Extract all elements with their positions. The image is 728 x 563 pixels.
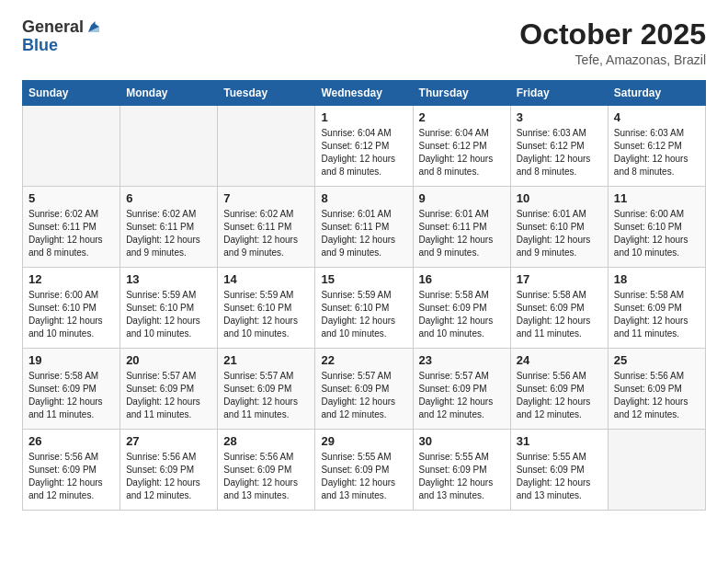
calendar-cell — [608, 430, 705, 511]
week-row-5: 26Sunrise: 5:56 AMSunset: 6:09 PMDayligh… — [23, 430, 706, 511]
weekday-header-monday: Monday — [120, 81, 218, 106]
calendar-cell: 10Sunrise: 6:01 AMSunset: 6:10 PMDayligh… — [510, 187, 608, 268]
calendar-title: October 2025 — [519, 18, 706, 51]
calendar-cell: 20Sunrise: 5:57 AMSunset: 6:09 PMDayligh… — [120, 349, 218, 430]
day-info: Sunrise: 5:56 AMSunset: 6:09 PMDaylight:… — [223, 451, 309, 502]
day-info: Sunrise: 6:04 AMSunset: 6:12 PMDaylight:… — [419, 127, 505, 178]
day-info: Sunrise: 5:55 AMSunset: 6:09 PMDaylight:… — [419, 451, 505, 502]
day-number: 31 — [517, 434, 602, 448]
day-info: Sunrise: 5:55 AMSunset: 6:09 PMDaylight:… — [517, 451, 602, 502]
day-info: Sunrise: 6:01 AMSunset: 6:11 PMDaylight:… — [419, 208, 505, 259]
day-info: Sunrise: 5:58 AMSunset: 6:09 PMDaylight:… — [614, 289, 700, 340]
day-number: 21 — [223, 353, 309, 367]
day-number: 23 — [419, 353, 505, 367]
day-info: Sunrise: 5:56 AMSunset: 6:09 PMDaylight:… — [517, 370, 602, 421]
logo: General Blue — [22, 18, 102, 55]
day-info: Sunrise: 5:57 AMSunset: 6:09 PMDaylight:… — [126, 370, 211, 421]
day-info: Sunrise: 6:02 AMSunset: 6:11 PMDaylight:… — [223, 208, 309, 259]
calendar-cell: 7Sunrise: 6:02 AMSunset: 6:11 PMDaylight… — [218, 187, 315, 268]
day-number: 25 — [614, 353, 700, 367]
day-number: 24 — [517, 353, 602, 367]
week-row-3: 12Sunrise: 6:00 AMSunset: 6:10 PMDayligh… — [23, 268, 706, 349]
calendar-cell — [23, 106, 120, 187]
day-info: Sunrise: 6:03 AMSunset: 6:12 PMDaylight:… — [614, 127, 700, 178]
day-number: 22 — [321, 353, 406, 367]
day-number: 13 — [126, 272, 211, 286]
day-info: Sunrise: 6:02 AMSunset: 6:11 PMDaylight:… — [126, 208, 211, 259]
calendar-cell: 16Sunrise: 5:58 AMSunset: 6:09 PMDayligh… — [413, 268, 510, 349]
calendar-cell: 12Sunrise: 6:00 AMSunset: 6:10 PMDayligh… — [23, 268, 120, 349]
day-number: 20 — [126, 353, 211, 367]
day-info: Sunrise: 5:59 AMSunset: 6:10 PMDaylight:… — [126, 289, 211, 340]
weekday-header-row: SundayMondayTuesdayWednesdayThursdayFrid… — [23, 81, 706, 106]
day-number: 11 — [614, 191, 700, 205]
day-number: 14 — [223, 272, 309, 286]
calendar-cell: 28Sunrise: 5:56 AMSunset: 6:09 PMDayligh… — [218, 430, 315, 511]
logo-general-text: General — [22, 18, 84, 37]
calendar-cell: 15Sunrise: 5:59 AMSunset: 6:10 PMDayligh… — [315, 268, 413, 349]
day-info: Sunrise: 6:01 AMSunset: 6:11 PMDaylight:… — [321, 208, 406, 259]
calendar-cell: 4Sunrise: 6:03 AMSunset: 6:12 PMDaylight… — [608, 106, 705, 187]
day-info: Sunrise: 5:57 AMSunset: 6:09 PMDaylight:… — [321, 370, 406, 421]
day-number: 18 — [614, 272, 700, 286]
weekday-header-thursday: Thursday — [413, 81, 510, 106]
calendar-cell: 23Sunrise: 5:57 AMSunset: 6:09 PMDayligh… — [413, 349, 510, 430]
calendar-subtitle: Tefe, Amazonas, Brazil — [519, 52, 706, 67]
day-info: Sunrise: 5:56 AMSunset: 6:09 PMDaylight:… — [614, 370, 700, 421]
day-number: 6 — [126, 191, 211, 205]
day-number: 9 — [419, 191, 505, 205]
day-number: 12 — [28, 272, 114, 286]
calendar-cell: 21Sunrise: 5:57 AMSunset: 6:09 PMDayligh… — [218, 349, 315, 430]
calendar-cell: 24Sunrise: 5:56 AMSunset: 6:09 PMDayligh… — [510, 349, 608, 430]
day-number: 5 — [28, 191, 114, 205]
day-number: 28 — [223, 434, 309, 448]
calendar-cell: 19Sunrise: 5:58 AMSunset: 6:09 PMDayligh… — [23, 349, 120, 430]
weekday-header-friday: Friday — [510, 81, 608, 106]
day-info: Sunrise: 6:00 AMSunset: 6:10 PMDaylight:… — [28, 289, 114, 340]
day-number: 15 — [321, 272, 406, 286]
calendar-cell: 14Sunrise: 5:59 AMSunset: 6:10 PMDayligh… — [218, 268, 315, 349]
day-number: 16 — [419, 272, 505, 286]
weekday-header-wednesday: Wednesday — [315, 81, 413, 106]
calendar-cell — [218, 106, 315, 187]
week-row-4: 19Sunrise: 5:58 AMSunset: 6:09 PMDayligh… — [23, 349, 706, 430]
calendar-cell: 9Sunrise: 6:01 AMSunset: 6:11 PMDaylight… — [413, 187, 510, 268]
calendar-cell: 17Sunrise: 5:58 AMSunset: 6:09 PMDayligh… — [510, 268, 608, 349]
calendar-cell: 6Sunrise: 6:02 AMSunset: 6:11 PMDaylight… — [120, 187, 218, 268]
day-number: 30 — [419, 434, 505, 448]
week-row-2: 5Sunrise: 6:02 AMSunset: 6:11 PMDaylight… — [23, 187, 706, 268]
day-number: 4 — [614, 110, 700, 124]
day-info: Sunrise: 6:02 AMSunset: 6:11 PMDaylight:… — [28, 208, 114, 259]
calendar-cell — [120, 106, 218, 187]
calendar-cell: 3Sunrise: 6:03 AMSunset: 6:12 PMDaylight… — [510, 106, 608, 187]
weekday-header-sunday: Sunday — [23, 81, 120, 106]
day-number: 1 — [321, 110, 406, 124]
day-number: 3 — [517, 110, 602, 124]
calendar-cell: 30Sunrise: 5:55 AMSunset: 6:09 PMDayligh… — [413, 430, 510, 511]
day-info: Sunrise: 5:56 AMSunset: 6:09 PMDaylight:… — [28, 451, 114, 502]
day-number: 8 — [321, 191, 406, 205]
calendar-cell: 26Sunrise: 5:56 AMSunset: 6:09 PMDayligh… — [23, 430, 120, 511]
calendar-cell: 18Sunrise: 5:58 AMSunset: 6:09 PMDayligh… — [608, 268, 705, 349]
calendar-cell: 27Sunrise: 5:56 AMSunset: 6:09 PMDayligh… — [120, 430, 218, 511]
logo-icon — [85, 18, 102, 35]
day-number: 27 — [126, 434, 211, 448]
week-row-1: 1Sunrise: 6:04 AMSunset: 6:12 PMDaylight… — [23, 106, 706, 187]
day-info: Sunrise: 5:57 AMSunset: 6:09 PMDaylight:… — [419, 370, 505, 421]
day-number: 10 — [517, 191, 602, 205]
logo-blue-text: Blue — [22, 37, 58, 55]
day-info: Sunrise: 6:03 AMSunset: 6:12 PMDaylight:… — [517, 127, 602, 178]
day-info: Sunrise: 5:58 AMSunset: 6:09 PMDaylight:… — [28, 370, 114, 421]
calendar-cell: 31Sunrise: 5:55 AMSunset: 6:09 PMDayligh… — [510, 430, 608, 511]
day-info: Sunrise: 5:56 AMSunset: 6:09 PMDaylight:… — [126, 451, 211, 502]
calendar-cell: 2Sunrise: 6:04 AMSunset: 6:12 PMDaylight… — [413, 106, 510, 187]
header: General Blue October 2025 Tefe, Amazonas… — [22, 18, 706, 67]
day-info: Sunrise: 5:55 AMSunset: 6:09 PMDaylight:… — [321, 451, 406, 502]
day-number: 29 — [321, 434, 406, 448]
day-number: 7 — [223, 191, 309, 205]
day-info: Sunrise: 6:04 AMSunset: 6:12 PMDaylight:… — [321, 127, 406, 178]
day-number: 2 — [419, 110, 505, 124]
calendar-cell: 1Sunrise: 6:04 AMSunset: 6:12 PMDaylight… — [315, 106, 413, 187]
day-info: Sunrise: 5:59 AMSunset: 6:10 PMDaylight:… — [321, 289, 406, 340]
day-info: Sunrise: 6:01 AMSunset: 6:10 PMDaylight:… — [517, 208, 602, 259]
